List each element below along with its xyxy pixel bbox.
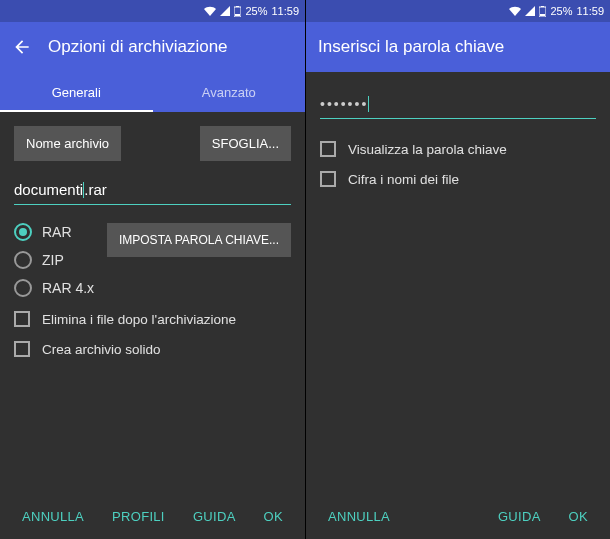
- help-button[interactable]: GUIDA: [179, 499, 250, 534]
- checkbox-icon: [14, 341, 30, 357]
- text-cursor: [368, 96, 369, 112]
- signal-icon: [220, 6, 230, 16]
- cancel-button[interactable]: ANNULLA: [314, 499, 404, 534]
- check-show-password[interactable]: Visualizza la parola chiave: [320, 141, 596, 157]
- tab-advanced[interactable]: Avanzato: [153, 72, 306, 112]
- clock: 11:59: [576, 5, 604, 17]
- check-solid-archive[interactable]: Crea archivio solido: [14, 341, 291, 357]
- appbar: Opzioni di archiviazione: [0, 22, 305, 72]
- content: ••••••• Visualizza la parola chiave Cifr…: [306, 72, 610, 493]
- cancel-button[interactable]: ANNULLA: [8, 499, 98, 534]
- screen-archive-options: 25% 11:59 Opzioni di archiviazione Gener…: [0, 0, 305, 539]
- svg-rect-1: [236, 6, 239, 7]
- page-title: Opzioni di archiviazione: [48, 37, 228, 57]
- battery-icon: [234, 6, 241, 17]
- help-button[interactable]: GUIDA: [484, 499, 555, 534]
- wifi-icon: [509, 6, 521, 16]
- radio-rar4[interactable]: RAR 4.x: [14, 279, 94, 297]
- bottombar: ANNULLA PROFILI GUIDA OK: [0, 493, 305, 539]
- wifi-icon: [204, 6, 216, 16]
- check-encrypt-names[interactable]: Cifra i nomi dei file: [320, 171, 596, 187]
- radio-rar[interactable]: RAR: [14, 223, 94, 241]
- svg-rect-2: [235, 14, 240, 16]
- radio-icon: [14, 223, 32, 241]
- svg-rect-4: [541, 6, 544, 7]
- battery-percent: 25%: [550, 5, 572, 17]
- battery-icon: [539, 6, 546, 17]
- svg-rect-5: [540, 14, 545, 16]
- filename-value: documenti: [14, 181, 83, 198]
- browse-button[interactable]: SFOGLIA...: [200, 126, 291, 161]
- screen-enter-password: 25% 11:59 Inserisci la parola chiave •••…: [305, 0, 610, 539]
- ok-button[interactable]: OK: [250, 499, 297, 534]
- password-input[interactable]: •••••••: [320, 86, 596, 119]
- checkbox-icon: [320, 141, 336, 157]
- format-radios: RAR ZIP RAR 4.x: [14, 223, 94, 297]
- archive-name-button[interactable]: Nome archivio: [14, 126, 121, 161]
- bottombar: ANNULLA GUIDA OK: [306, 493, 610, 539]
- profiles-button[interactable]: PROFILI: [98, 499, 179, 534]
- password-masked: •••••••: [320, 96, 368, 112]
- statusbar: 25% 11:59: [306, 0, 610, 22]
- tabs: Generali Avanzato: [0, 72, 305, 112]
- ok-button[interactable]: OK: [555, 499, 602, 534]
- radio-icon: [14, 251, 32, 269]
- back-arrow-icon[interactable]: [12, 37, 32, 57]
- clock: 11:59: [271, 5, 299, 17]
- checkbox-icon: [14, 311, 30, 327]
- check-delete-after[interactable]: Elimina i file dopo l'archiviazione: [14, 311, 291, 327]
- content: Nome archivio SFOGLIA... documenti.rar R…: [0, 112, 305, 493]
- battery-percent: 25%: [245, 5, 267, 17]
- filename-input[interactable]: documenti.rar: [14, 175, 291, 205]
- appbar: Inserisci la parola chiave: [306, 22, 610, 72]
- radio-zip[interactable]: ZIP: [14, 251, 94, 269]
- tab-general[interactable]: Generali: [0, 72, 153, 112]
- set-password-button[interactable]: IMPOSTA PAROLA CHIAVE...: [107, 223, 291, 257]
- signal-icon: [525, 6, 535, 16]
- radio-icon: [14, 279, 32, 297]
- page-title: Inserisci la parola chiave: [318, 37, 504, 57]
- checkbox-icon: [320, 171, 336, 187]
- statusbar: 25% 11:59: [0, 0, 305, 22]
